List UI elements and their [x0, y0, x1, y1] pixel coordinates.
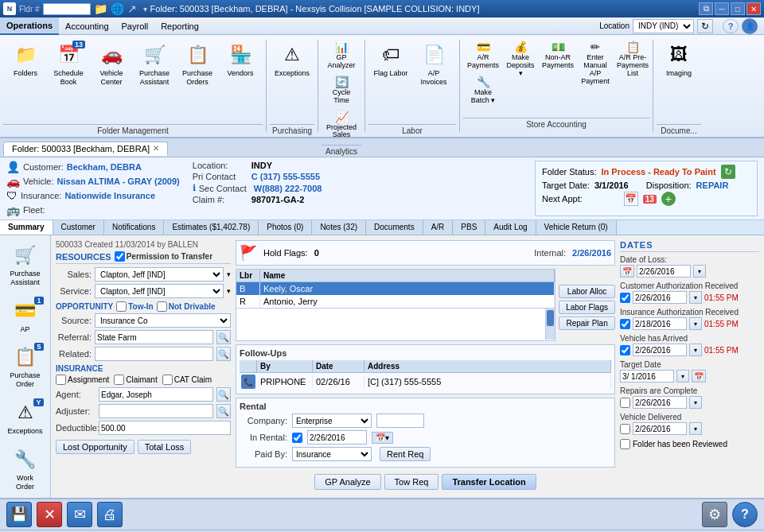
repairs-complete-checkbox[interactable] [620, 398, 630, 408]
labor-scrollbar[interactable] [545, 309, 555, 340]
refresh-button[interactable]: ↻ [697, 19, 713, 33]
location-select[interactable]: INDY (IND) [633, 19, 694, 33]
sidebar-purchase-assistant[interactable]: 🛒 PurchaseAssistant [3, 239, 48, 291]
ap-invoices-button[interactable]: 📄 A/P Invoices [413, 38, 454, 94]
projected-sales-button[interactable]: 📈 Projected Sales [323, 108, 360, 142]
settings-toolbar-btn[interactable]: ⚙ [702, 502, 727, 527]
doc-tab-close[interactable]: ✕ [153, 144, 159, 153]
tab-ar[interactable]: A/R [423, 220, 454, 235]
customer-auth-checkbox[interactable] [620, 293, 630, 303]
print-toolbar-btn[interactable]: 🖨 [97, 502, 123, 527]
purchase-orders-button[interactable]: 📋 PurchaseOrders [177, 38, 218, 94]
purchase-assistant-button[interactable]: 🛒 PurchaseAssistant [134, 38, 175, 94]
exceptions-button[interactable]: ⚠ Exceptions [271, 38, 313, 94]
referral-input[interactable] [95, 330, 213, 344]
vehicle-delivered-checkbox[interactable] [620, 424, 630, 434]
minimize-btn[interactable]: ─ [715, 2, 729, 15]
target-date-cal-btn[interactable]: 📅 [692, 370, 706, 382]
insurance-auth-dropdown[interactable]: ▾ [689, 317, 702, 330]
folder-reviewed-checkbox[interactable] [620, 439, 630, 449]
restore-btn[interactable]: ⧉ [699, 2, 713, 15]
vendors-button[interactable]: 🏪 Vendors [220, 38, 261, 94]
referral-search-btn[interactable]: 🔍 [216, 330, 231, 344]
vehicle-arrived-checkbox[interactable] [620, 345, 630, 355]
delete-toolbar-btn[interactable]: ✕ [37, 502, 62, 527]
tab-pbs[interactable]: PBS [453, 220, 485, 235]
vehicle-arrived-dropdown[interactable]: ▾ [689, 344, 702, 356]
service-select[interactable]: Clapton, Jeff [IND] [95, 284, 224, 298]
non-ar-payments-button[interactable]: 💵 Non-AR Payments [540, 38, 576, 72]
vehicle-delivered-dropdown[interactable]: ▾ [689, 422, 702, 435]
ar-payments-button[interactable]: 💳 A/R Payments [465, 38, 501, 72]
repairs-complete-date[interactable] [633, 396, 687, 409]
tab-vehicle-return[interactable]: Vehicle Return (0) [536, 220, 617, 235]
menu-accounting[interactable]: Accounting [59, 17, 115, 35]
rent-req-button[interactable]: Rent Req [380, 447, 431, 461]
paid-by-select[interactable]: Insurance [292, 447, 372, 461]
help-toolbar-btn[interactable]: ? [732, 502, 758, 527]
pri-contact-value[interactable]: C (317) 555-5555 [251, 172, 320, 181]
tab-notifications[interactable]: Notifications [104, 220, 164, 235]
sales-select[interactable]: Clapton, Jeff [IND] [95, 267, 224, 282]
date-of-loss-input[interactable] [637, 265, 691, 278]
repair-plan-button[interactable]: Repair Plan [559, 316, 615, 330]
in-rental-checkbox[interactable] [292, 433, 302, 443]
labor-flags-button[interactable]: Labor Flags [559, 301, 615, 314]
labor-alloc-button[interactable]: Labor Alloc [559, 285, 615, 298]
folder-icon[interactable]: 📁 [94, 2, 107, 15]
ar-prepayments-button[interactable]: 📋 A/R Pre-Payments List [614, 38, 651, 80]
folders-button[interactable]: 📁 Folders [5, 38, 46, 94]
in-rental-date[interactable] [307, 430, 367, 445]
gp-analyze-button[interactable]: GP Analyze [314, 474, 380, 490]
permission-checkbox[interactable] [115, 251, 125, 262]
imaging-button[interactable]: 🖼 Imaging [658, 38, 700, 94]
lost-opportunity-button[interactable]: Lost Opportunity [56, 440, 134, 454]
assignment-checkbox[interactable] [56, 375, 66, 385]
vehicle-delivered-date[interactable] [633, 422, 687, 435]
folder-icon2[interactable]: 🌐 [111, 2, 124, 15]
doc-tab-folder[interactable]: Folder: 500033 [Beckham, DEBRA] ✕ [3, 142, 168, 156]
repairs-complete-dropdown[interactable]: ▾ [689, 396, 702, 409]
target-date-input[interactable] [620, 370, 674, 382]
help-button[interactable]: ? [723, 19, 739, 33]
related-search-btn[interactable]: 🔍 [216, 347, 231, 361]
date-of-loss-dropdown[interactable]: ▾ [693, 265, 706, 278]
email-toolbar-btn[interactable]: ✉ [67, 502, 92, 527]
adjuster-search-btn[interactable]: 🔍 [216, 404, 231, 418]
enter-manual-ap-button[interactable]: ✏ Enter Manual A/P Payment [577, 38, 614, 88]
tab-documents[interactable]: Documents [366, 220, 423, 235]
sec-contact-value[interactable]: W(888) 222-7008 [254, 184, 322, 193]
sidebar-purchase-order[interactable]: 5 📋 PurchaseOrder [3, 340, 48, 393]
insurance-auth-checkbox[interactable] [620, 319, 630, 329]
tow-req-button[interactable]: Tow Req [384, 474, 439, 490]
flag-labor-button[interactable]: 🏷 Flag Labor [370, 38, 411, 94]
claimant-checkbox[interactable] [114, 375, 124, 385]
add-appt-button[interactable]: + [661, 192, 676, 206]
tab-audit-log[interactable]: Audit Log [485, 220, 536, 235]
sidebar-exceptions[interactable]: Y ⚠ Exceptions [3, 396, 48, 440]
vehicle-center-button[interactable]: 🚗 VehicleCenter [91, 38, 132, 94]
tab-estimates[interactable]: Estimates ($1,402.78) [164, 220, 259, 235]
make-deposits-button[interactable]: 💰 Make Deposits ▾ [502, 38, 539, 80]
transfer-location-button[interactable]: Transfer Location [442, 474, 536, 490]
menu-operations[interactable]: Operations [0, 17, 59, 35]
not-drivable-checkbox[interactable] [157, 301, 167, 312]
tab-customer[interactable]: Customer [53, 220, 104, 235]
customer-name[interactable]: Beckham, DEBRA [67, 162, 142, 172]
adjuster-input[interactable] [99, 404, 213, 418]
related-input[interactable] [95, 347, 213, 361]
tab-summary[interactable]: Summary [0, 220, 53, 235]
tow-in-checkbox[interactable] [116, 301, 127, 312]
schedule-book-button[interactable]: 📅 13 ScheduleBook [48, 38, 89, 94]
labor-row-0[interactable]: B Keely, Oscar [236, 282, 555, 295]
company-extra-input[interactable] [376, 414, 424, 428]
sidebar-ap[interactable]: 1 💳 AP [3, 294, 48, 338]
agent-search-btn[interactable]: 🔍 [216, 387, 231, 402]
sidebar-work-order[interactable]: 🔧 WorkOrder [3, 443, 48, 495]
insurance-auth-date[interactable] [633, 317, 687, 330]
source-select[interactable]: Insurance Co [95, 313, 231, 328]
customer-auth-dropdown[interactable]: ▾ [689, 291, 702, 304]
gp-analyzer-button[interactable]: 📊 GP Analyzer [323, 38, 360, 72]
menu-reporting[interactable]: Reporting [154, 17, 205, 35]
date-of-loss-cal-btn[interactable]: 📅 [620, 265, 634, 278]
